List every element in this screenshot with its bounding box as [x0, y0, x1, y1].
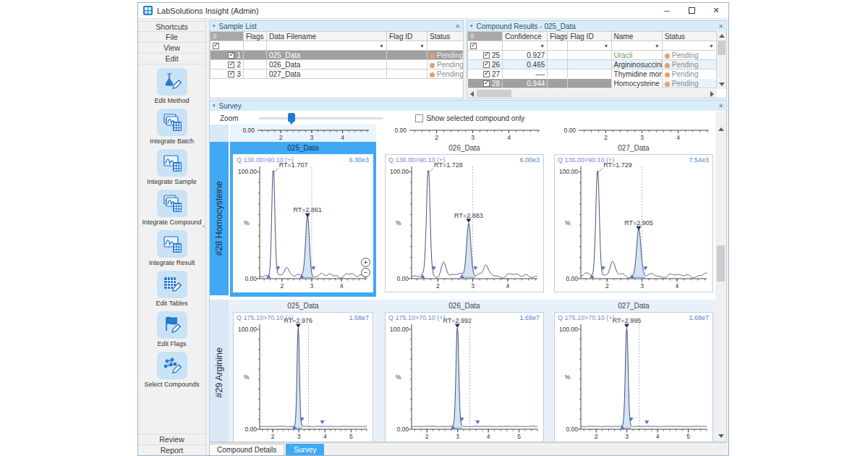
sidebar-item-review[interactable]: Review: [138, 434, 205, 444]
show-selected-compound-checkbox[interactable]: [415, 114, 423, 122]
chromatogram-cell-025_data[interactable]: 025_Data100.000.00%2345RT=2.976Q 175.10>…: [230, 300, 376, 442]
sidebar-tool-integrate-batch[interactable]: Integrate Batch: [138, 109, 205, 145]
compound-row[interactable]: 280.944HomocysteinePending: [468, 79, 717, 88]
sample-row[interactable]: 2026_DataPending: [210, 60, 464, 69]
column-header[interactable]: Status: [427, 32, 464, 41]
compound-row-label[interactable]: #29 Arginine: [210, 300, 229, 442]
sidebar-tool-edit-flags[interactable]: Edit Flags: [138, 311, 205, 347]
row-checkbox[interactable]: [228, 62, 234, 68]
collapse-triangle-icon[interactable]: ▾: [470, 23, 473, 29]
column-header[interactable]: Flag ID: [387, 32, 427, 41]
sample-row[interactable]: 3027_DataPending: [210, 69, 464, 79]
zoom-slider-thumb[interactable]: [288, 113, 295, 122]
plot-sample-title: 027_Data: [551, 142, 715, 153]
close-panel-icon[interactable]: ✕: [718, 23, 723, 30]
minimize-button[interactable]: ─: [655, 3, 679, 18]
close-panel-icon[interactable]: ✕: [718, 103, 723, 109]
column-header[interactable]: #: [468, 32, 503, 41]
row-checkbox[interactable]: [228, 71, 234, 77]
compound-vertical-scrollbar[interactable]: [717, 31, 726, 89]
close-panel-icon[interactable]: ✕: [455, 23, 460, 30]
row-checkbox[interactable]: [483, 52, 490, 59]
compound-row[interactable]: 260.465Argininosuccini...Pending: [468, 60, 717, 69]
select-all-cell[interactable]: [468, 41, 503, 51]
chromatogram-plot[interactable]: 100.000.00%2345RT=2.976Q 175.10>70.10 (+…: [233, 312, 373, 442]
tab-compound-details[interactable]: Compound Details: [209, 444, 284, 455]
compound-horizontal-scrollbar[interactable]: [467, 89, 717, 98]
chromatogram-plot[interactable]: 100.000.00%234RT=1.728RT=2.883Q 136.00>9…: [385, 154, 544, 292]
pending-status-icon: [430, 63, 435, 68]
select-all-checkbox[interactable]: [213, 43, 219, 49]
compound-results-title: Compound Results - 025_Data: [477, 22, 576, 30]
column-header[interactable]: #: [210, 32, 244, 41]
sidebar-section-edit[interactable]: Edit: [138, 54, 205, 64]
row-checkbox[interactable]: [483, 71, 490, 77]
chromatogram-plot[interactable]: 100.000.00%2345RT=2.995Q 175.10>70.10 (+…: [554, 312, 713, 442]
clipped-plot-cell[interactable]: 0.00234: [551, 124, 715, 142]
sidebar-tool-edit-tables[interactable]: Edit Tables: [138, 271, 205, 307]
select-all-cell[interactable]: [210, 41, 244, 51]
chromatogram-cell-027_data[interactable]: 027_Data100.000.00%234RT=1.729RT=2.905Q …: [551, 142, 715, 297]
sidebar-item-report[interactable]: Report: [138, 444, 205, 455]
filter-funnel-icon[interactable]: ▼: [420, 43, 425, 48]
filter-funnel-icon[interactable]: ▼: [604, 43, 609, 48]
row-checkbox[interactable]: [483, 62, 490, 68]
compound-row[interactable]: 27----Thymidine mon...Pending: [468, 69, 717, 79]
plot-sample-title: 025_Data: [230, 142, 376, 153]
sidebar-tool-edit-method[interactable]: Edit Method: [138, 68, 205, 104]
compound-results-header[interactable]: ▾ Compound Results - 025_Data ✕: [467, 21, 726, 31]
sidebar-tool-integrate-compound[interactable]: Integrate Compound: [138, 190, 205, 226]
collapse-triangle-icon[interactable]: ▾: [213, 23, 216, 29]
survey-header[interactable]: ▾ Survey ✕: [210, 101, 726, 111]
clipped-plot-cell[interactable]: 0.00234: [382, 124, 547, 142]
column-header[interactable]: Flag ID: [568, 32, 611, 41]
column-header[interactable]: Flags: [548, 32, 568, 41]
filter-funnel-icon[interactable]: ▼: [379, 43, 384, 48]
sidebar-section-file[interactable]: File: [138, 32, 205, 43]
sidebar-tool-select-compounds[interactable]: Select Compounds: [138, 352, 205, 388]
svg-text:100.00: 100.00: [559, 326, 578, 333]
filter-funnel-icon[interactable]: ▼: [540, 43, 545, 48]
svg-text:0.00: 0.00: [566, 275, 578, 282]
plot-zoom-in-button[interactable]: +: [361, 258, 370, 267]
data-filename-cell[interactable]: 026_Data: [267, 60, 387, 69]
plot-zoom-out-button[interactable]: −: [361, 268, 370, 277]
data-filename-cell[interactable]: 025_Data: [267, 51, 387, 60]
filter-funnel-icon[interactable]: ▼: [709, 43, 714, 48]
filter-funnel-icon[interactable]: ▼: [655, 43, 660, 48]
zoom-slider[interactable]: [259, 117, 383, 119]
maximize-button[interactable]: [679, 3, 704, 18]
sidebar-section-shortcuts[interactable]: Shortcuts: [138, 21, 205, 32]
row-checkbox[interactable]: [228, 52, 234, 59]
survey-vertical-scrollbar[interactable]: [715, 111, 726, 442]
clipped-plot-cell[interactable]: 0.00234: [230, 124, 376, 142]
chromatogram-plot[interactable]: 100.000.00%234RT=1.729RT=2.905Q 136.00>9…: [554, 154, 713, 292]
chromatogram-cell-026_data[interactable]: 026_Data100.000.00%2345RT=2.992Q 175.10>…: [382, 300, 547, 442]
sample-table: #FlagsData FilenameFlag IDStatus▼▼1025_D…: [210, 31, 464, 79]
svg-text:0.00: 0.00: [244, 426, 257, 433]
compound-row-label[interactable]: #28 Homocysteine: [210, 142, 229, 295]
row-checkbox[interactable]: [483, 80, 490, 87]
column-header[interactable]: Flags: [244, 32, 267, 41]
close-button[interactable]: ✕: [704, 3, 728, 18]
compound-row[interactable]: 250.927UracilPending: [468, 51, 717, 60]
chromatogram-cell-027_data[interactable]: 027_Data100.000.00%2345RT=2.995Q 175.10>…: [551, 300, 715, 442]
data-filename-cell[interactable]: 027_Data: [267, 69, 387, 79]
column-header[interactable]: Confidence: [503, 32, 548, 41]
chromatogram-plot[interactable]: +−100.000.00%234RT=1.707RT=2.861Q 136.00…: [233, 154, 373, 292]
sidebar-section-view[interactable]: View: [138, 43, 205, 54]
chromatogram-cell-025_data[interactable]: 025_Data+−100.000.00%234RT=1.707RT=2.861…: [230, 142, 376, 297]
column-header[interactable]: Name: [611, 32, 662, 41]
column-header[interactable]: Data Filename: [267, 32, 387, 41]
chromatogram-plot[interactable]: 100.000.00%2345RT=2.992Q 175.10>70.10 (+…: [385, 312, 544, 442]
tab-survey[interactable]: Survey: [286, 444, 324, 455]
sample-list-header[interactable]: ▾ Sample List ✕: [210, 21, 463, 31]
select-all-checkbox[interactable]: [470, 43, 477, 49]
chromatogram-cell-026_data[interactable]: 026_Data100.000.00%234RT=1.728RT=2.883Q …: [382, 142, 547, 297]
collapse-triangle-icon[interactable]: ▾: [213, 103, 216, 109]
sample-row[interactable]: 1025_DataPending: [210, 51, 464, 60]
sidebar-tool-integrate-result[interactable]: Integrate Result: [138, 230, 205, 266]
column-header[interactable]: Status: [662, 32, 716, 41]
svg-text:3: 3: [297, 433, 301, 440]
sidebar-tool-integrate-sample[interactable]: Integrate Sample: [138, 149, 205, 185]
